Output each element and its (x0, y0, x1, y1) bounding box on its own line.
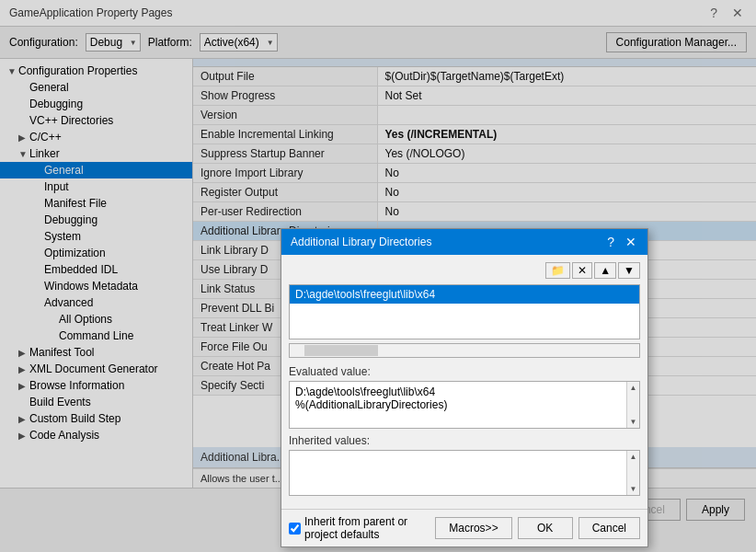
inherit-checkbox[interactable] (289, 523, 301, 535)
inherited-scrollbar[interactable]: ▲ ▼ (626, 451, 639, 495)
eval-scrollbar[interactable]: ▲ ▼ (626, 382, 639, 428)
modal-delete-button[interactable]: ✕ (572, 262, 592, 279)
eval-line: %(AdditionalLibraryDirectories) (295, 398, 621, 411)
eval-section: Evaluated value: D:\agde\tools\freeglut\… (289, 365, 640, 429)
modal-up-button[interactable]: ▲ (594, 262, 616, 279)
modal-down-button[interactable]: ▼ (618, 262, 640, 279)
inherit-label: Inherit from parent or project defaults (304, 515, 428, 541)
modal-macros-button[interactable]: Macros>> (435, 517, 511, 539)
modal-add-button[interactable]: 📁 (545, 262, 570, 279)
modal-title: Additional Library Directories (291, 236, 431, 248)
eval-box-inner: D:\agde\tools\freeglut\lib\x64%(Addition… (295, 385, 634, 411)
modal-cancel-button[interactable]: Cancel (578, 517, 640, 539)
eval-box: D:\agde\tools\freeglut\lib\x64%(Addition… (289, 381, 640, 429)
inherit-checkbox-row: Inherit from parent or project defaults (289, 515, 428, 541)
modal-close-button[interactable]: ✕ (624, 235, 638, 249)
modal-list-item[interactable]: D:\agde\tools\freeglut\lib\x64 (290, 285, 639, 304)
modal-hscrollbar-thumb (304, 345, 378, 356)
inherited-section: Inherited values: ▲ ▼ (289, 434, 640, 496)
inherited-label: Inherited values: (289, 434, 640, 447)
modal-listbox[interactable]: D:\agde\tools\freeglut\lib\x64 (289, 284, 640, 339)
modal-overlay: Additional Library Directories ? ✕ 📁 ✕ ▲… (0, 0, 756, 552)
eval-scroll-down[interactable]: ▼ (628, 416, 639, 428)
inherited-box: ▲ ▼ (289, 450, 640, 496)
modal-dialog: Additional Library Directories ? ✕ 📁 ✕ ▲… (281, 228, 648, 547)
modal-title-bar: Additional Library Directories ? ✕ (281, 229, 647, 255)
inherited-scroll-down[interactable]: ▼ (628, 483, 639, 495)
modal-footer-buttons: Macros>> OK Cancel (435, 517, 640, 539)
eval-label: Evaluated value: (289, 365, 640, 378)
modal-toolbar: 📁 ✕ ▲ ▼ (289, 262, 640, 279)
modal-ok-button[interactable]: OK (518, 517, 573, 539)
modal-hscrollbar[interactable] (289, 343, 640, 358)
inherited-scroll-up[interactable]: ▲ (628, 451, 639, 463)
modal-help-button[interactable]: ? (605, 235, 616, 249)
eval-scroll-up[interactable]: ▲ (628, 382, 639, 394)
modal-footer: Inherit from parent or project defaults … (281, 509, 647, 546)
eval-line: D:\agde\tools\freeglut\lib\x64 (295, 385, 621, 398)
modal-title-buttons: ? ✕ (605, 235, 638, 249)
modal-body: 📁 ✕ ▲ ▼ D:\agde\tools\freeglut\lib\x64 E… (281, 255, 647, 509)
